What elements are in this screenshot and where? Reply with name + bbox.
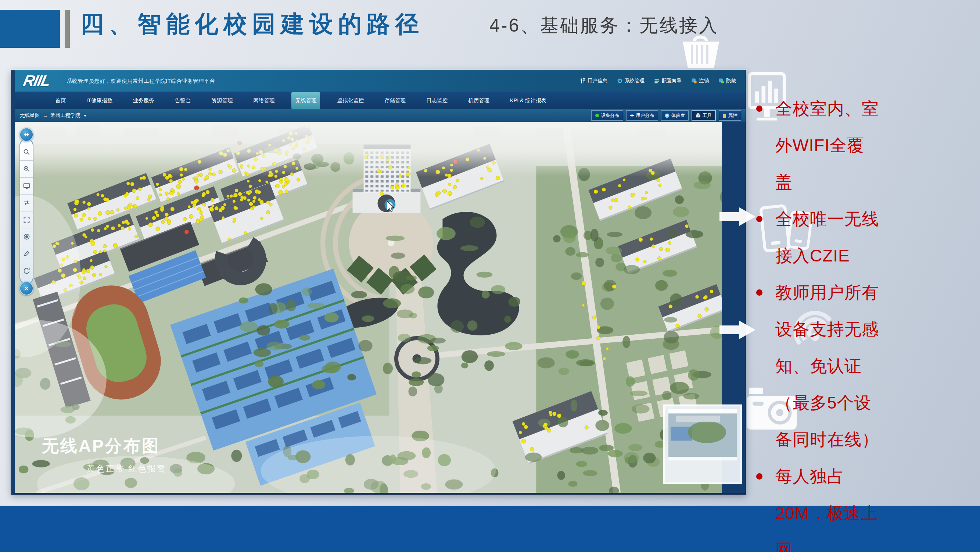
- map-caption-title: 无线AP分布图: [41, 436, 160, 455]
- record-dot-icon: [23, 233, 30, 241]
- collapse-toolbar-button[interactable]: [19, 128, 33, 142]
- properties-button[interactable]: 属性: [719, 110, 741, 121]
- tools-briefcase-icon: [695, 113, 701, 118]
- title-accent-bar: [65, 10, 70, 48]
- close-x-icon: [24, 286, 29, 291]
- bullet-text: 全校室内、室外WIFI全覆盖: [775, 99, 879, 191]
- collapse-arrow-icon: [23, 131, 30, 138]
- bullet-item: 全校室内、室外WIFI全覆盖: [752, 90, 881, 200]
- map-toolbar: [18, 128, 35, 295]
- riil-platform-window: RIIL 系统管理员您好，欢迎使用常州工程学院IT综合业务管理平台 用户信息 系…: [11, 70, 746, 495]
- bullet-dot: [756, 105, 762, 112]
- fullscreen-tool[interactable]: [20, 211, 33, 228]
- welcome-text: 系统管理员您好，欢迎使用常州工程学院IT综合业务管理平台: [67, 78, 215, 85]
- nav-machine-room[interactable]: 机房管理: [465, 92, 493, 109]
- user-plus-icon: [630, 113, 634, 118]
- zoom-in-icon: [23, 165, 30, 173]
- logout-icon: [691, 78, 697, 84]
- nav-resource[interactable]: 资源管理: [208, 92, 236, 109]
- search-icon: [23, 148, 30, 156]
- config-wizard-link[interactable]: 配置向导: [654, 78, 682, 84]
- fullscreen-icon: [23, 216, 30, 223]
- close-toolbar-button[interactable]: [19, 281, 33, 295]
- system-admin-link[interactable]: 系统管理: [617, 78, 644, 84]
- bullet-dot: [756, 216, 762, 222]
- wizard-icon: [654, 78, 660, 84]
- nav-network[interactable]: 网络管理: [250, 92, 278, 109]
- overview-minimap[interactable]: [664, 405, 741, 483]
- experience-heart-icon: [665, 113, 670, 118]
- chevron-down-icon[interactable]: ▼: [83, 114, 87, 118]
- settings-gear-icon: [617, 78, 623, 84]
- breadcrumb-root[interactable]: 无线星图: [20, 112, 40, 119]
- map-area: 无线AP分布图 黄色正常 红色报警: [15, 122, 746, 493]
- breadcrumb-separator: →: [43, 113, 48, 118]
- search-tool[interactable]: [20, 144, 33, 161]
- basket-icon: [680, 35, 722, 69]
- bullet-text: 每人独占20M，极速上网: [775, 467, 878, 552]
- nav-alarm[interactable]: 告警台: [171, 92, 195, 109]
- user-distribution-button[interactable]: 用户分布: [626, 110, 658, 121]
- riil-logo: RIIL: [22, 72, 52, 90]
- hide-link[interactable]: 隐藏: [718, 78, 736, 84]
- device-dot-icon: [595, 113, 599, 118]
- edit-pencil-icon: [23, 250, 30, 257]
- edit-tool[interactable]: [20, 245, 33, 262]
- device-distribution-button[interactable]: 设备分布: [591, 110, 623, 121]
- swap-tool[interactable]: [20, 195, 33, 211]
- bullet-text: 教师用户所有设备支持无感知、免认证（最多5个设备同时在线）: [775, 283, 879, 449]
- hide-icon: [718, 78, 724, 84]
- nav-wireless[interactable]: 无线管理: [291, 92, 320, 109]
- refresh-icon: [23, 267, 30, 275]
- bullet-dot: [756, 289, 762, 296]
- swap-arrows-icon: [23, 199, 30, 207]
- screen-tool[interactable]: [20, 178, 33, 195]
- presentation-slide: 四、智能化校园建设的路径 4-6、基础服务：无线接入: [0, 0, 980, 552]
- nav-storage[interactable]: 存储管理: [381, 92, 409, 109]
- bullet-text: 全校唯一无线接入CZIE: [775, 209, 879, 265]
- breadcrumb-current[interactable]: 常州工程学院: [51, 112, 81, 119]
- nav-kpi[interactable]: KPI & 统计报表: [506, 92, 550, 109]
- slide-subtitle: 4-6、基础服务：无线接入: [490, 13, 719, 38]
- properties-doc-icon: [722, 113, 727, 118]
- tools-button[interactable]: 工具: [692, 110, 716, 121]
- nav-business[interactable]: 业务服务: [129, 92, 158, 109]
- record-tool[interactable]: [20, 228, 33, 245]
- nav-virtualization[interactable]: 虚拟化监控: [333, 92, 368, 109]
- experience-button[interactable]: 体验度: [661, 110, 689, 121]
- logout-link[interactable]: 注销: [691, 78, 709, 84]
- zoom-in-tool[interactable]: [20, 161, 33, 178]
- nav-home[interactable]: 首页: [51, 92, 70, 109]
- header-links: 用户信息 系统管理 配置向导 注销 隐藏: [580, 78, 736, 84]
- map-tool-pill: [19, 139, 33, 284]
- nav-it-health[interactable]: IT健康指数: [83, 92, 116, 109]
- screen-icon: [23, 182, 30, 190]
- nav-log[interactable]: 日志监控: [423, 92, 451, 109]
- refresh-tool[interactable]: [20, 262, 33, 279]
- app-header: RIIL 系统管理员您好，欢迎使用常州工程学院IT综合业务管理平台 用户信息 系…: [15, 70, 746, 92]
- slide-title: 四、智能化校园建设的路径: [80, 8, 424, 40]
- bullet-list: 全校室内、室外WIFI全覆盖 全校唯一无线接入CZIE 教师用户所有设备支持无感…: [752, 90, 973, 552]
- campus-aerial-map[interactable]: 无线AP分布图 黄色正常 红色报警: [15, 122, 746, 493]
- main-nav: 首页 IT健康指数 业务服务 告警台 资源管理 网络管理 无线管理 虚拟化监控 …: [15, 92, 746, 109]
- user-info-icon: [580, 78, 586, 84]
- view-toolbar: 设备分布 用户分布 体验度 工具 属性: [591, 110, 741, 121]
- title-accent-square: [0, 10, 60, 48]
- user-info-link[interactable]: 用户信息: [580, 78, 608, 84]
- bullet-dot: [756, 473, 762, 480]
- bullet-item: 每人独占20M，极速上网: [752, 458, 881, 552]
- arrow-right-icon: [719, 205, 756, 228]
- bullet-item: 全校唯一无线接入CZIE: [752, 200, 881, 274]
- arrow-right-icon: [719, 319, 756, 341]
- bullet-item: 教师用户所有设备支持无感知、免认证（最多5个设备同时在线）: [752, 274, 881, 458]
- map-caption-sub: 黄色正常 红色报警: [87, 464, 167, 473]
